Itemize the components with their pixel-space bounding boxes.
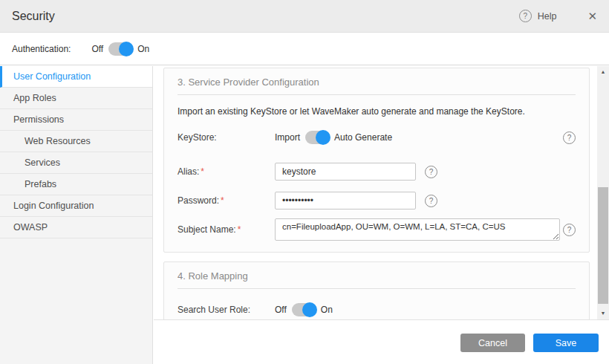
keystore-row: KeyStore: Import Auto Generate ? xyxy=(178,131,576,144)
authentication-label: Authentication: xyxy=(12,44,71,54)
subject-name-textarea[interactable]: cn=FileuploadApp, OU=WM, O=WM, L=LA, ST=… xyxy=(275,218,560,241)
toggle-knob xyxy=(119,42,134,56)
toggle-knob xyxy=(302,302,317,317)
sidebar-item-services[interactable]: Services xyxy=(0,152,152,174)
search-user-role-toggle[interactable] xyxy=(292,303,316,316)
search-user-role-off-label: Off xyxy=(275,305,287,315)
scroll-viewport: 3. Service Provider Configuration Import… xyxy=(154,66,596,319)
sidebar-item-label: Services xyxy=(25,157,60,168)
sidebar-item-user-configuration[interactable]: User Configuration xyxy=(0,66,152,88)
sidebar-item-label: Permissions xyxy=(13,114,64,125)
alias-label: Alias:* xyxy=(178,166,275,177)
section-title: 4. Role Mapping xyxy=(178,262,576,282)
sidebar-item-web-resources[interactable]: Web Resources xyxy=(0,131,152,152)
search-user-role-on-label: On xyxy=(321,305,333,315)
sidebar-item-permissions[interactable]: Permissions xyxy=(0,109,152,131)
keystore-description: Import an existing KeyStore or let WaveM… xyxy=(178,106,576,117)
required-asterisk: * xyxy=(201,166,204,177)
dialog-header: Security ? Help ✕ xyxy=(0,0,609,33)
alias-help-icon[interactable]: ? xyxy=(425,166,437,178)
cancel-button[interactable]: Cancel xyxy=(460,334,525,352)
sidebar-item-label: Prefabs xyxy=(25,179,56,189)
sidebar-item-label: Login Configuration xyxy=(13,201,94,211)
sidebar-item-login-configuration[interactable]: Login Configuration xyxy=(0,195,152,217)
subject-name-label: Subject Name:* xyxy=(178,224,275,235)
password-label: Password:* xyxy=(178,195,275,206)
close-icon[interactable]: ✕ xyxy=(587,10,597,23)
subject-name-help-icon[interactable]: ? xyxy=(563,224,576,236)
scrollbar-thumb[interactable] xyxy=(598,187,608,304)
header-actions: ? Help ✕ xyxy=(519,10,597,23)
sidebar-item-label: User Configuration xyxy=(13,71,91,82)
password-row: Password:* ? xyxy=(178,192,576,209)
subject-name-row: Subject Name:* cn=FileuploadApp, OU=WM, … xyxy=(178,218,576,241)
keystore-toggle[interactable] xyxy=(305,131,329,144)
search-user-role-label: Search User Role: xyxy=(178,305,275,315)
sidebar-item-app-roles[interactable]: App Roles xyxy=(0,88,152,109)
section-divider xyxy=(178,94,576,95)
help-link[interactable]: Help xyxy=(538,11,557,22)
vertical-scrollbar[interactable]: ▲ ▼ xyxy=(597,66,609,319)
search-user-role-row: Search User Role: Off On xyxy=(178,303,576,316)
content-footer-divider xyxy=(154,319,609,320)
sidebar-item-prefabs[interactable]: Prefabs xyxy=(0,174,152,195)
authentication-toggle[interactable] xyxy=(108,42,132,56)
alias-input[interactable] xyxy=(275,163,416,181)
authentication-bar: Authentication: Off On xyxy=(0,33,609,65)
scroll-down-icon[interactable]: ▼ xyxy=(597,308,609,319)
password-input[interactable] xyxy=(275,192,416,209)
alias-row: Alias:* ? xyxy=(178,163,576,181)
role-mapping-section: 4. Role Mapping Search User Role: Off On xyxy=(163,261,590,319)
required-asterisk: * xyxy=(238,224,241,235)
authentication-off-label: Off xyxy=(91,44,103,54)
service-provider-configuration-section: 3. Service Provider Configuration Import… xyxy=(163,68,590,253)
save-button[interactable]: Save xyxy=(533,334,599,352)
keystore-label: KeyStore: xyxy=(178,132,275,143)
scroll-up-icon[interactable]: ▲ xyxy=(597,67,609,77)
sidebar-item-label: App Roles xyxy=(13,93,56,103)
help-icon[interactable]: ? xyxy=(519,10,532,22)
section-title: 3. Service Provider Configuration xyxy=(178,68,576,88)
settings-sidebar: User Configuration App Roles Permissions… xyxy=(0,66,153,364)
toggle-knob xyxy=(316,130,330,145)
password-help-icon[interactable]: ? xyxy=(425,195,437,207)
footer-actions: Cancel Save xyxy=(460,334,599,352)
section-divider xyxy=(178,288,576,289)
keystore-auto-generate-label: Auto Generate xyxy=(334,132,392,143)
keystore-help-icon[interactable]: ? xyxy=(563,131,576,144)
security-dialog: Security ? Help ✕ Authentication: Off On… xyxy=(0,0,609,364)
page-title: Security xyxy=(12,10,55,23)
required-asterisk: * xyxy=(221,195,224,206)
keystore-import-label: Import xyxy=(275,132,300,143)
sidebar-item-label: OWASP xyxy=(13,222,48,233)
authentication-on-label: On xyxy=(137,44,149,54)
sidebar-item-label: Web Resources xyxy=(25,136,91,146)
main-content: 3. Service Provider Configuration Import… xyxy=(154,66,609,364)
sidebar-item-owasp[interactable]: OWASP xyxy=(0,217,152,238)
